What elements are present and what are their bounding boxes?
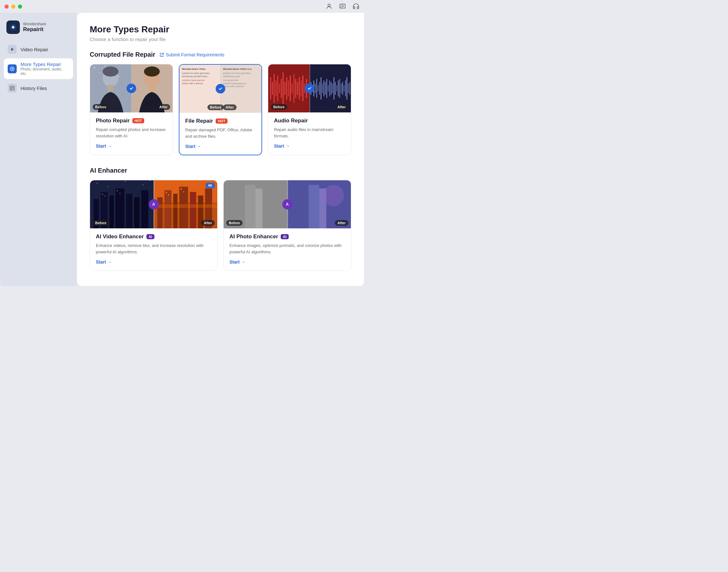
file-repair-badge — [216, 84, 225, 93]
svg-rect-61 — [331, 82, 331, 95]
maximize-button[interactable] — [18, 4, 22, 9]
more-types-icon — [8, 64, 17, 73]
svg-rect-91 — [120, 193, 121, 194]
file-repair-start-button[interactable]: Start → — [185, 144, 256, 149]
sidebar-item-video-repair[interactable]: Video Repair — [4, 42, 73, 57]
ai-video-enhancer-card[interactable]: A 4K Before After AI Video Enhancer AI E… — [90, 180, 217, 271]
file-repair-image: Wondershare Virbo powerful AI video gene… — [180, 65, 261, 113]
svg-line-10 — [161, 53, 163, 55]
photo-repair-description: Repair corrupted photos and increase res… — [96, 127, 167, 139]
ai-photo-after-label: After — [335, 220, 348, 226]
photo-repair-hot-badge: HOT — [132, 118, 144, 123]
svg-rect-23 — [149, 85, 155, 91]
svg-rect-104 — [168, 194, 169, 195]
svg-rect-58 — [327, 79, 327, 98]
svg-rect-65 — [336, 85, 337, 92]
ai-video-enhancer-image: A 4K Before After — [90, 180, 217, 228]
svg-rect-57 — [325, 82, 326, 95]
svg-rect-32 — [283, 72, 283, 104]
svg-rect-54 — [321, 77, 321, 99]
ai-video-title-row: AI Video Enhancer AI — [96, 233, 211, 240]
svg-point-18 — [103, 67, 118, 77]
traffic-lights — [4, 4, 22, 9]
external-link-icon — [159, 53, 164, 57]
photo-repair-image: Before After — [90, 64, 173, 113]
svg-rect-12 — [93, 67, 95, 68]
svg-rect-79 — [115, 188, 124, 228]
file-repair-card[interactable]: Wondershare Virbo powerful AI video gene… — [179, 64, 262, 155]
ai-photo-start-button[interactable]: Start → — [229, 260, 345, 265]
sidebar-item-more-types-sub: Photo, document, audio, etc. — [20, 67, 69, 76]
app-window: Wondershare Repairit Video Repair — [0, 0, 364, 286]
svg-rect-96 — [164, 190, 172, 228]
svg-rect-26 — [272, 82, 273, 95]
svg-point-84 — [107, 187, 108, 187]
svg-rect-35 — [288, 80, 289, 96]
svg-rect-89 — [104, 195, 105, 196]
svg-rect-102 — [154, 204, 217, 208]
sidebar-logo: Wondershare Repairit — [4, 18, 73, 40]
ai-video-center-icon: A — [149, 199, 159, 209]
svg-point-86 — [143, 185, 143, 185]
svg-point-0 — [328, 4, 330, 6]
audio-repair-image: Before After — [268, 64, 351, 113]
audio-repair-after-label: After — [335, 104, 348, 110]
support-icon[interactable] — [352, 3, 359, 10]
svg-rect-73 — [348, 84, 349, 93]
ai-photo-enhancer-image: A Before After — [224, 180, 351, 228]
app-body: Wondershare Repairit Video Repair — [0, 13, 364, 286]
photo-repair-title-row: Photo Repair HOT — [96, 118, 167, 124]
svg-point-87 — [150, 180, 150, 181]
svg-rect-70 — [344, 85, 344, 92]
ai-enhancer-section-header: AI Enhancer — [90, 167, 351, 174]
svg-rect-74 — [349, 82, 350, 95]
svg-rect-64 — [335, 82, 336, 95]
ai-video-start-button[interactable]: Start → — [96, 260, 211, 265]
ai-photo-center-icon: A — [282, 199, 292, 209]
file-repair-description: Repair damaged PDF, Office, Adobe and ar… — [185, 127, 256, 139]
file-repair-title: File Repair — [185, 118, 213, 124]
file-repair-after-label: After — [223, 104, 237, 110]
file-repair-body: File Repair HOT Repair damaged PDF, Offi… — [180, 113, 261, 155]
audio-repair-card[interactable]: Before After Audio Repair Repair audio f… — [268, 64, 351, 155]
photo-repair-start-button[interactable]: Start → — [96, 143, 167, 149]
svg-rect-90 — [117, 190, 118, 191]
svg-rect-43 — [303, 76, 304, 101]
sidebar-item-more-types-repair[interactable]: More Types Repair Photo, document, audio… — [4, 58, 73, 79]
corrupted-file-repair-section-header: Corrupted File Repair Submit Format Requ… — [90, 51, 351, 58]
photo-repair-card[interactable]: Before After Photo Repair HOT Repair cor… — [90, 64, 173, 155]
svg-rect-103 — [166, 192, 167, 193]
svg-rect-81 — [134, 197, 140, 228]
photo-repair-title: Photo Repair — [96, 118, 130, 124]
logo-icon — [6, 20, 20, 34]
svg-rect-40 — [297, 82, 298, 95]
audio-repair-start-button[interactable]: Start → — [274, 143, 345, 149]
svg-rect-71 — [345, 80, 346, 96]
ai-video-before-label: Before — [92, 220, 109, 226]
ai-enhancer-cards: A 4K Before After AI Video Enhancer AI E… — [90, 180, 351, 271]
sidebar-item-history-files[interactable]: History Files — [4, 80, 73, 96]
svg-rect-52 — [318, 85, 319, 92]
svg-point-115 — [323, 185, 344, 206]
svg-rect-55 — [322, 84, 323, 93]
page-title: More Types Repair — [90, 24, 351, 34]
submit-format-link-label: Submit Format Requirements — [166, 52, 224, 57]
svg-rect-42 — [301, 80, 302, 96]
svg-marker-4 — [11, 48, 14, 51]
close-button[interactable] — [4, 4, 9, 9]
svg-rect-51 — [316, 79, 317, 98]
svg-point-3 — [12, 26, 14, 28]
photo-repair-before-label: Before — [92, 104, 109, 110]
submit-format-link[interactable]: Submit Format Requirements — [159, 52, 224, 57]
svg-rect-37 — [291, 84, 292, 93]
svg-point-83 — [97, 183, 97, 184]
app-name: Repairit — [23, 26, 46, 33]
chat-icon[interactable] — [339, 3, 346, 10]
page-subtitle: Choose a function to repair your file — [90, 37, 351, 42]
main-content: More Types Repair Choose a function to r… — [77, 13, 364, 286]
minimize-button[interactable] — [11, 4, 15, 9]
ai-photo-badge: AI — [281, 234, 289, 239]
account-icon[interactable] — [326, 3, 333, 10]
ai-photo-enhancer-card[interactable]: A Before After AI Photo Enhancer AI Enha… — [223, 180, 351, 271]
file-repair-title-row: File Repair HOT — [185, 118, 256, 124]
